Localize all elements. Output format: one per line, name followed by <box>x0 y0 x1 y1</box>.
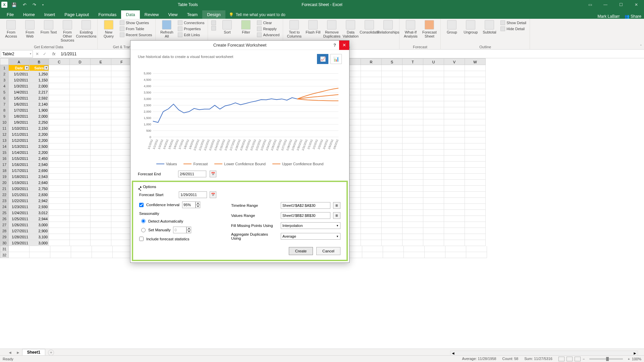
table-cell[interactable]: 1/8/2011 <box>9 113 30 119</box>
table-cell[interactable]: 3,012 <box>30 210 49 216</box>
table-cell[interactable]: 2,140 <box>30 101 49 107</box>
refresh-all-button[interactable]: Refresh All <box>158 20 175 38</box>
column-header[interactable]: T <box>402 58 423 65</box>
ungroup-button[interactable]: Ungroup <box>462 20 479 34</box>
reapply-button[interactable]: Reapply <box>256 26 280 32</box>
edit-links-button[interactable]: Edit Links <box>177 32 205 38</box>
recent-sources-button[interactable]: Recent Sources <box>119 32 153 38</box>
aggregate-select[interactable]: Average▼ <box>281 233 340 240</box>
table-header[interactable]: Date▾ <box>9 65 30 71</box>
column-header[interactable]: A <box>9 58 30 65</box>
table-cell[interactable]: 1/17/2011 <box>9 168 30 174</box>
column-header[interactable]: F <box>111 58 132 65</box>
table-header[interactable]: Sales▾ <box>30 65 49 71</box>
timeline-range-picker-icon[interactable]: ⊞ <box>333 202 340 209</box>
forecast-start-datepicker-icon[interactable]: 📅 <box>210 191 216 198</box>
table-cell[interactable]: 1/27/2011 <box>9 228 30 234</box>
confidence-interval-input[interactable] <box>182 201 196 208</box>
table-cell[interactable]: 2,200 <box>30 149 49 156</box>
table-cell[interactable]: 3,000 <box>30 240 49 246</box>
row-header[interactable]: 32 <box>0 252 9 258</box>
column-header[interactable]: D <box>70 58 91 65</box>
row-header[interactable]: 12 <box>0 131 9 137</box>
table-cell[interactable]: 1/6/2011 <box>9 101 30 107</box>
forecast-end-datepicker-icon[interactable]: 📅 <box>210 171 216 177</box>
group-button[interactable]: Group <box>443 20 460 34</box>
tab-design[interactable]: Design <box>202 10 225 19</box>
zoom-in-button[interactable]: + <box>628 357 630 361</box>
manual-seasonality-input[interactable] <box>173 227 186 233</box>
data-validation-button[interactable]: Data Validation <box>342 20 359 38</box>
detect-auto-radio[interactable] <box>141 219 146 223</box>
from-table-button[interactable]: From Table <box>119 26 153 32</box>
season-spin-up[interactable]: ▲ <box>186 227 191 230</box>
options-toggle[interactable]: ▲Options <box>139 185 340 189</box>
row-header[interactable]: 25 <box>0 210 9 216</box>
tab-view[interactable]: View <box>163 10 182 19</box>
season-spin-down[interactable]: ▼ <box>186 230 191 233</box>
zoom-out-button[interactable]: − <box>583 357 585 361</box>
table-cell[interactable]: 2,750 <box>30 186 49 192</box>
text-to-columns-button[interactable]: Text to Columns <box>286 20 303 38</box>
connections-button[interactable]: Connections <box>177 20 205 25</box>
zoom-slider[interactable] <box>589 358 623 360</box>
table-cell[interactable]: 2,000 <box>30 113 49 119</box>
table-cell[interactable]: 1,250 <box>30 71 49 77</box>
table-cell[interactable]: 1/4/2011 <box>9 89 30 95</box>
row-header[interactable]: 20 <box>0 180 9 186</box>
tab-team[interactable]: Team <box>182 10 202 19</box>
table-cell[interactable]: 1/16/2011 <box>9 162 30 168</box>
table-cell[interactable]: 1/5/2011 <box>9 95 30 101</box>
select-all-button[interactable] <box>0 58 9 65</box>
row-header[interactable]: 4 <box>0 83 9 89</box>
row-header[interactable]: 30 <box>0 240 9 246</box>
forecast-start-input[interactable] <box>179 191 207 198</box>
tab-review[interactable]: Review <box>140 10 164 19</box>
table-cell[interactable]: 2,690 <box>30 168 49 174</box>
remove-duplicates-button[interactable]: Remove Duplicates <box>323 20 340 38</box>
table-cell[interactable]: 1/26/2011 <box>9 222 30 228</box>
row-header[interactable]: 27 <box>0 222 9 228</box>
existing-connections-button[interactable]: Existing Connections <box>78 20 95 38</box>
cancel-edit-icon[interactable]: ✕ <box>36 52 39 56</box>
column-header[interactable]: S <box>382 58 402 65</box>
table-cell[interactable]: 1/18/2011 <box>9 174 30 180</box>
sort-az-button[interactable] <box>211 20 217 25</box>
table-cell[interactable]: 1/7/2011 <box>9 107 30 113</box>
table-cell[interactable]: 1/23/2011 <box>9 204 30 210</box>
hide-detail-button[interactable]: Hide Detail <box>500 26 527 32</box>
row-header[interactable]: 5 <box>0 89 9 95</box>
fill-missing-select[interactable]: Interpolation▼ <box>281 222 340 229</box>
row-header[interactable]: 11 <box>0 125 9 131</box>
help-icon[interactable]: ? <box>330 43 339 48</box>
table-cell[interactable]: 2,200 <box>30 131 49 137</box>
cancel-button[interactable]: Cancel <box>316 247 340 255</box>
row-header[interactable]: 28 <box>0 228 9 234</box>
values-range-picker-icon[interactable]: ⊞ <box>333 212 340 219</box>
table-cell[interactable]: 3,000 <box>30 222 49 228</box>
row-header[interactable]: 2 <box>0 71 9 77</box>
show-detail-button[interactable]: Show Detail <box>500 20 527 25</box>
accept-edit-icon[interactable]: ✓ <box>43 52 46 56</box>
fx-icon[interactable]: fx <box>49 52 59 56</box>
table-cell[interactable]: 2,250 <box>30 119 49 125</box>
table-cell[interactable]: 2,543 <box>30 174 49 180</box>
row-header[interactable]: 15 <box>0 149 9 156</box>
line-chart-toggle[interactable]: 📈 <box>317 54 328 64</box>
flash-fill-button[interactable]: Flash Fill <box>305 20 321 34</box>
tab-insert[interactable]: Insert <box>40 10 60 19</box>
table-cell[interactable]: 2,540 <box>30 162 49 168</box>
table-cell[interactable]: 2,217 <box>30 89 49 95</box>
tab-page-layout[interactable]: Page Layout <box>60 10 94 19</box>
forecast-end-input[interactable] <box>178 171 206 177</box>
table-cell[interactable]: 1/13/2011 <box>9 143 30 149</box>
close-window-icon[interactable]: ✕ <box>629 0 644 9</box>
table-cell[interactable]: 1/14/2011 <box>9 149 30 156</box>
table-cell[interactable]: 1/20/2011 <box>9 186 30 192</box>
column-header[interactable]: V <box>444 58 465 65</box>
from-other-sources-button[interactable]: From Other Sources <box>59 20 76 42</box>
row-header[interactable]: 7 <box>0 101 9 107</box>
timeline-range-input[interactable] <box>281 202 330 209</box>
table-cell[interactable]: 1/25/2011 <box>9 216 30 222</box>
subtotal-button[interactable]: Subtotal <box>481 20 498 34</box>
